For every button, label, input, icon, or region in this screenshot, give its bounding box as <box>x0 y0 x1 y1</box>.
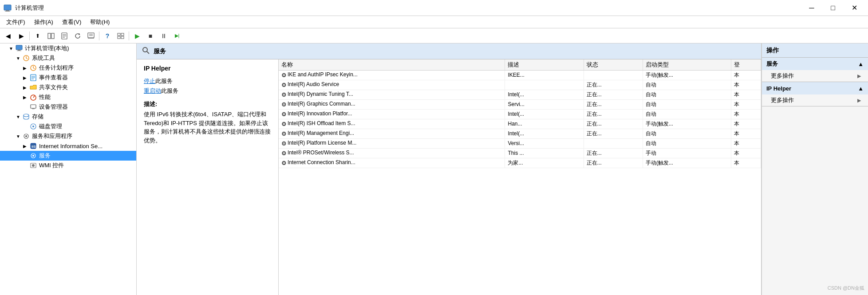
actions-services-header[interactable]: 服务 ▲ <box>762 58 868 70</box>
properties-button[interactable] <box>58 30 71 42</box>
device-manager-icon <box>29 103 37 111</box>
col-start-type[interactable]: 启动类型 <box>643 59 731 70</box>
tree-item-event-viewer[interactable]: ▶ 事件查看器 <box>0 73 136 83</box>
close-button[interactable]: ✕ <box>844 1 864 15</box>
service-status-cell: 正在... <box>584 90 643 99</box>
actions-services-more[interactable]: 更多操作 ▶ <box>762 70 868 82</box>
service-gear-icon: ⚙ <box>281 82 287 88</box>
table-row[interactable]: ⚙IKE and AuthIP IPsec Keyin... IKEE... 手… <box>279 70 761 80</box>
actions-iphelper-header[interactable]: IP Helper ▲ <box>762 82 868 94</box>
help-button[interactable]: ? <box>101 30 114 42</box>
menu-help[interactable]: 帮助(H) <box>86 16 114 28</box>
tree-item-iis[interactable]: ▶ IIS Internet Information Se... <box>0 141 136 151</box>
stop-button[interactable]: ■ <box>144 30 157 42</box>
table-row[interactable]: ⚙Internet Connection Sharin... 为家... 正在.… <box>279 158 761 168</box>
forward-button[interactable]: ▶ <box>15 30 28 42</box>
tree-item-system-tools[interactable]: ▼ 系统工具 <box>0 53 136 63</box>
stop-service-link[interactable]: 停止 <box>144 78 155 84</box>
play-step-button[interactable]: ▶| <box>171 30 183 42</box>
services-apps-icon <box>22 132 30 140</box>
tree-arrow-svc-apps[interactable]: ▼ <box>16 134 22 139</box>
minimize-button[interactable]: ─ <box>801 1 822 15</box>
restore-button[interactable]: □ <box>823 1 843 15</box>
task-scheduler-icon <box>29 64 37 72</box>
actions-iphelper-more-arrow: ▶ <box>857 98 861 103</box>
svg-rect-16 <box>121 36 124 39</box>
service-name-cell: ⚙IKE and AuthIP IPsec Keyin... <box>279 70 505 80</box>
back-button[interactable]: ◀ <box>2 30 14 42</box>
menu-action[interactable]: 操作(A) <box>30 16 58 28</box>
service-gear-icon: ⚙ <box>281 111 287 118</box>
svg-rect-1 <box>6 10 9 11</box>
table-row[interactable]: ⚙Intel(R) Dynamic Tuning T... Intel(... … <box>279 90 761 99</box>
services-header-title: 服务 <box>154 47 166 55</box>
col-logon[interactable]: 登 <box>731 59 761 70</box>
actions-iphelper-more[interactable]: 更多操作 ▶ <box>762 94 868 106</box>
service-start-type-cell: 手动 <box>643 148 731 158</box>
service-name-cell: ⚙Intel(R) Graphics Comman... <box>279 99 505 109</box>
service-name-cell: ⚙Intel(R) Platform License M... <box>279 138 505 148</box>
tree-item-services-apps[interactable]: ▼ 服务和应用程序 <box>0 131 136 141</box>
restart-service-link[interactable]: 重启动 <box>144 87 161 94</box>
col-status[interactable]: 状态 <box>584 59 643 70</box>
tree-arrow-event[interactable]: ▶ <box>23 75 29 80</box>
service-desc-cell: IKEE... <box>505 70 584 80</box>
tree-item-device-manager[interactable]: ▶ 设备管理器 <box>0 102 136 112</box>
tree-item-disk-management[interactable]: ▶ 磁盘管理 <box>0 122 136 131</box>
title-bar: 计算机管理 ─ □ ✕ <box>0 0 868 16</box>
menu-file[interactable]: 文件(F) <box>2 16 30 28</box>
table-row[interactable]: ⚙Intel(R) ISH Offload Item S... Han... 正… <box>279 119 761 129</box>
left-tree-panel: ▼ 计算机管理(本地) ▼ 系统工具 ▶ 任务计划程序 <box>0 43 137 295</box>
stop-link-line: 停止此服务 <box>144 77 271 85</box>
services-panel-header: 服务 <box>137 43 761 59</box>
play-button[interactable]: ▶ <box>131 30 143 42</box>
tree-item-services[interactable]: ▶ 服务 <box>0 151 136 161</box>
toggle-tree-button[interactable] <box>45 30 57 42</box>
table-row[interactable]: ⚙Intel(R) Management Engi... Intel(... 正… <box>279 129 761 138</box>
svg-rect-32 <box>31 105 36 108</box>
col-desc[interactable]: 描述 <box>505 59 584 70</box>
service-logon-cell: 本 <box>731 109 761 119</box>
service-logon-cell: 本 <box>731 90 761 99</box>
actions-services-arrow: ▲ <box>858 61 864 67</box>
table-row[interactable]: ⚙Intel(R) Audio Service 正在... 自动 本 <box>279 80 761 90</box>
svg-rect-0 <box>4 5 11 10</box>
service-start-type-cell: 自动 <box>643 80 731 90</box>
tree-item-computer[interactable]: ▼ 计算机管理(本地) <box>0 43 136 53</box>
tree-arrow-computer[interactable]: ▼ <box>9 46 15 51</box>
tree-item-shared-folders[interactable]: ▶ 共享文件夹 <box>0 83 136 92</box>
tree-item-wmi[interactable]: ▶ WMI 控件 <box>0 161 136 170</box>
svg-rect-13 <box>118 33 120 35</box>
toolbar-sep-2 <box>99 31 99 40</box>
refresh-button[interactable] <box>71 30 84 42</box>
service-start-type-cell: 自动 <box>643 129 731 138</box>
tree-item-task-scheduler[interactable]: ▶ 任务计划程序 <box>0 63 136 73</box>
tree-item-performance[interactable]: ▶ 性能 <box>0 92 136 102</box>
svg-rect-2 <box>5 11 10 12</box>
table-row[interactable]: ⚙Intel(R) Platform License M... Versi...… <box>279 138 761 148</box>
service-desc-cell: Intel(... <box>505 90 584 99</box>
tree-arrow-perf[interactable]: ▶ <box>23 95 29 100</box>
center-content: IP Helper 停止此服务 重启动此服务 描述: 使用 IPv6 转换技术(… <box>137 59 761 295</box>
col-name[interactable]: 名称 <box>279 59 505 70</box>
tree-arrow-system-tools[interactable]: ▼ <box>16 56 22 61</box>
view-button[interactable] <box>114 30 127 42</box>
services-list[interactable]: 名称 描述 状态 启动类型 登 ⚙IKE and AuthIP IPsec Ke… <box>279 59 761 295</box>
service-name-cell: ⚙Internet Connection Sharin... <box>279 158 505 168</box>
table-row[interactable]: ⚙Intel(R) Innovation Platfor... Intel(..… <box>279 109 761 119</box>
tree-arrow-storage[interactable]: ▼ <box>16 114 22 119</box>
tree-arrow-iis[interactable]: ▶ <box>23 144 29 149</box>
svg-rect-17 <box>16 45 22 50</box>
tree-arrow-task[interactable]: ▶ <box>23 66 29 71</box>
menu-view[interactable]: 查看(V) <box>58 16 86 28</box>
service-desc-cell: 为家... <box>505 158 584 168</box>
service-logon-cell: 本 <box>731 138 761 148</box>
tree-arrow-shared[interactable]: ▶ <box>23 85 29 90</box>
tree-item-storage[interactable]: ▼ 存储 <box>0 112 136 122</box>
table-row[interactable]: ⚙Intel® PROSet/Wireless S... This ... 正在… <box>279 148 761 158</box>
service-logon-cell: 本 <box>731 148 761 158</box>
up-button[interactable]: ⬆ <box>32 30 44 42</box>
pause-button[interactable]: ⏸ <box>158 30 170 42</box>
export-button[interactable] <box>85 30 97 42</box>
table-row[interactable]: ⚙Intel(R) Graphics Comman... Servi... 正在… <box>279 99 761 109</box>
